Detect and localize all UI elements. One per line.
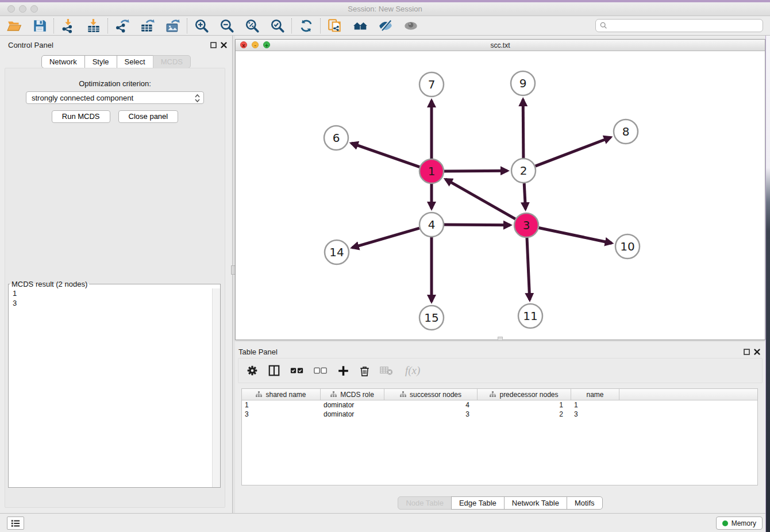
export-image-icon[interactable] [165, 18, 180, 33]
open-session-icon[interactable] [7, 18, 22, 33]
zoom-out-icon[interactable] [220, 18, 234, 33]
zoom-in-icon[interactable] [194, 18, 209, 33]
mcds-result-box: MCDS result (2 nodes) 1 3 [8, 280, 221, 488]
edge-1-2[interactable] [444, 171, 507, 171]
table-cell[interactable]: dominator [321, 400, 384, 410]
node-9[interactable]: 9 [511, 71, 535, 95]
tab-network[interactable]: Network [41, 55, 85, 68]
table-cell[interactable]: 3 [384, 410, 478, 419]
hide-selected-icon[interactable] [378, 18, 393, 33]
column-header-shared-name[interactable]: shared name [242, 389, 321, 400]
mcds-result-title: MCDS result (2 nodes) [10, 280, 89, 288]
close-panel-icon[interactable] [220, 41, 228, 49]
edge-3-11[interactable] [527, 238, 530, 300]
memory-status-dot [722, 521, 728, 526]
node-8[interactable]: 8 [614, 119, 638, 144]
edge-2-9[interactable] [523, 99, 523, 158]
table-row[interactable]: 3dominator323 [242, 410, 757, 419]
edge-3-1[interactable] [445, 179, 515, 219]
delete-column-icon[interactable] [359, 365, 370, 377]
float-panel-icon[interactable] [210, 41, 217, 49]
edge-2-8[interactable] [536, 137, 611, 166]
close-panel-button[interactable]: Close panel [118, 110, 179, 123]
result-scrollbar[interactable] [212, 288, 220, 487]
import-table-icon[interactable] [86, 18, 101, 33]
svg-text:11: 11 [523, 309, 537, 323]
node-14[interactable]: 14 [325, 240, 349, 264]
window-title: Session: New Session [0, 5, 770, 13]
memory-button[interactable]: Memory [716, 516, 763, 530]
table-cell[interactable]: 1 [571, 400, 619, 410]
table-cell[interactable]: 3 [571, 410, 619, 419]
edge-4-3[interactable] [444, 225, 510, 225]
table-cell[interactable]: 1 [478, 400, 571, 410]
edge-3-10[interactable] [539, 228, 612, 244]
tab-style[interactable]: Style [84, 55, 117, 68]
edge-2-3[interactable] [524, 183, 525, 209]
float-table-panel-icon[interactable] [743, 348, 750, 356]
zoom-selected-icon[interactable] [270, 18, 285, 33]
memory-label: Memory [732, 519, 756, 527]
network-window-title: scc.txt [236, 41, 765, 49]
table-cell[interactable]: dominator [321, 410, 384, 419]
table-cell[interactable]: 1 [242, 400, 321, 410]
tab-network-table[interactable]: Network Table [504, 496, 567, 510]
settings-gear-icon[interactable] [247, 365, 258, 376]
show-column-icon[interactable] [268, 364, 280, 377]
table-toolbar: f(x) [238, 358, 763, 383]
node-2[interactable]: 2 [511, 159, 536, 183]
search-icon [600, 22, 607, 29]
network-window-titlebar[interactable]: x - + scc.txt [236, 40, 765, 51]
node-11[interactable]: 11 [518, 304, 542, 328]
import-network-icon[interactable] [61, 18, 76, 33]
node-7[interactable]: 7 [419, 72, 444, 97]
run-mcds-button[interactable]: Run MCDS [52, 110, 110, 123]
window-accent-strip [0, 0, 770, 2]
tab-edge-table[interactable]: Edge Table [451, 496, 505, 510]
network-view-window: x - + scc.txt 7968124314101511 [235, 39, 765, 340]
deselect-all-icon[interactable] [314, 367, 328, 375]
control-panel-tabs: NetworkStyleSelectMCDS [0, 55, 232, 68]
delete-table-icon[interactable] [380, 365, 393, 376]
refresh-icon[interactable] [299, 18, 314, 33]
save-session-icon[interactable] [32, 18, 47, 33]
node-6[interactable]: 6 [324, 126, 348, 150]
network-resize-grip[interactable] [498, 337, 503, 341]
export-network-icon[interactable] [115, 18, 130, 33]
tab-motifs[interactable]: Motifs [567, 496, 603, 510]
task-history-button[interactable] [7, 516, 24, 530]
edge-4-14[interactable] [352, 228, 419, 248]
column-header-MCDS-role[interactable]: MCDS role [321, 389, 384, 400]
first-neighbors-icon[interactable] [353, 18, 368, 33]
table-cell[interactable]: 3 [242, 410, 321, 419]
optimization-criterion-select[interactable]: strongly connected component [26, 91, 204, 104]
close-table-panel-icon[interactable] [753, 348, 761, 356]
search-field[interactable] [595, 19, 763, 32]
table-cell[interactable]: 2 [478, 410, 571, 419]
column-header-successor-nodes[interactable]: successor nodes [384, 389, 478, 400]
show-all-icon[interactable] [403, 18, 418, 33]
tab-node-table[interactable]: Node Table [398, 496, 452, 510]
main-titlebar: Session: New Session [0, 0, 770, 16]
function-builder-icon[interactable]: f(x) [405, 364, 420, 377]
tab-mcds[interactable]: MCDS [153, 55, 191, 68]
export-table-icon[interactable] [140, 18, 155, 33]
search-input[interactable] [611, 20, 760, 31]
new-network-from-selection-icon[interactable] [328, 18, 342, 33]
table-cell[interactable]: 4 [384, 400, 478, 410]
column-header-name[interactable]: name [571, 389, 619, 400]
network-graph-canvas[interactable]: 7968124314101511 [236, 51, 765, 340]
add-column-icon[interactable] [337, 365, 349, 377]
table-header-row: shared nameMCDS rolesuccessor nodesprede… [242, 389, 757, 400]
node-3[interactable]: 3 [514, 213, 538, 237]
tab-select[interactable]: Select [117, 55, 153, 68]
node-4[interactable]: 4 [419, 213, 444, 237]
node-1[interactable]: 1 [419, 159, 444, 183]
select-all-icon[interactable] [290, 367, 304, 375]
column-header-predecessor-nodes[interactable]: predecessor nodes [478, 389, 571, 400]
edge-1-6[interactable] [351, 143, 419, 167]
zoom-fit-icon[interactable] [245, 18, 260, 33]
node-15[interactable]: 15 [419, 306, 444, 330]
table-row[interactable]: 1dominator411 [242, 400, 757, 410]
node-10[interactable]: 10 [615, 234, 640, 259]
